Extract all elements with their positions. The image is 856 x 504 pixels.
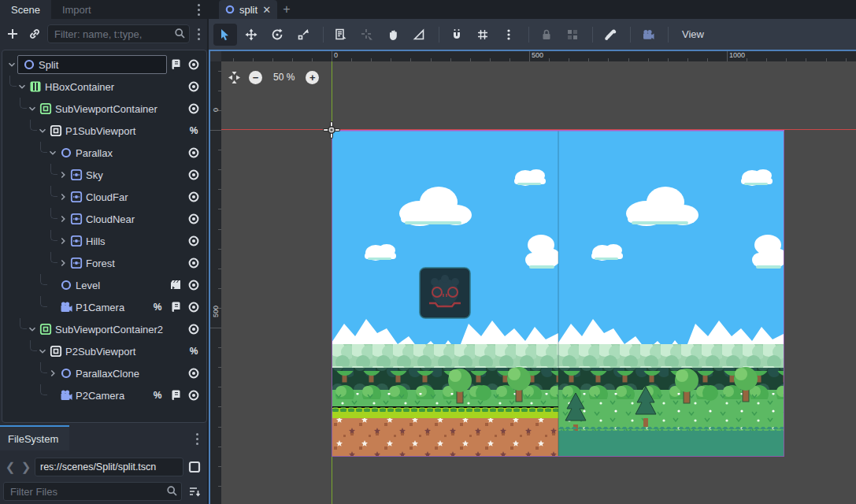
node-badges [187,102,206,115]
visibility-toggle-icon[interactable] [187,80,200,93]
collapse-arrow-icon[interactable] [57,169,69,180]
visibility-toggle-icon[interactable] [187,323,200,335]
new-scene-tab-button[interactable]: + [277,0,296,19]
script-icon [169,389,182,402]
lock-tool-button[interactable] [535,24,558,46]
tree-node-p2subviewport[interactable]: P2SubViewport% [2,340,206,362]
scene-tree-extra-menu-icon[interactable] [193,26,204,42]
collapse-arrow-icon[interactable] [57,213,69,224]
visibility-toggle-icon[interactable] [187,389,200,402]
tab-filesystem[interactable]: FileSystem [0,427,69,450]
center-view-icon[interactable] [228,71,241,84]
expand-arrow-icon[interactable] [6,59,17,70]
visibility-toggle-icon[interactable] [187,367,200,380]
expand-arrow-icon[interactable] [37,346,48,357]
zoom-out-button[interactable]: − [249,71,262,84]
visibility-toggle-icon[interactable] [187,235,200,247]
zoom-level[interactable]: 50 % [273,72,295,83]
collapse-arrow-icon[interactable] [57,191,69,202]
tree-node-cloudfar[interactable]: CloudFar [2,186,206,208]
tree-guide [20,318,27,329]
collapse-arrow-icon[interactable] [47,368,58,379]
tree-node-parallax[interactable]: Parallax [2,142,206,164]
view-menu[interactable]: View [674,24,712,46]
tree-node-subviewportcontainer[interactable]: SubViewportContainer [2,98,206,120]
tree-node-p2camera[interactable]: P2Camera% [2,384,206,406]
visibility-toggle-icon[interactable] [187,213,200,225]
grid-snap-tool-button[interactable] [471,24,495,46]
scene-tab-split[interactable]: split ✕ [219,0,277,19]
zoom-in-button[interactable]: + [306,71,319,84]
group-tool-button[interactable] [561,24,584,46]
tree-node-parallaxclone[interactable]: ParallaxClone [2,362,206,384]
camera-override-tool-button[interactable] [636,24,660,46]
parallax2d-icon [70,213,83,225]
filesystem-menu-icon[interactable] [191,433,202,445]
list-select-tool-button[interactable] [329,24,353,46]
collapse-arrow-icon[interactable] [57,258,69,269]
nav-forward-button[interactable]: ❯ [19,458,33,476]
tree-node-split[interactable]: Split [2,54,206,76]
tree-node-hboxcontainer[interactable]: HBoxContainer [2,76,206,98]
pan-tool-button[interactable] [381,24,405,46]
tree-node-cloudnear[interactable]: CloudNear [2,208,206,230]
tree-node-hills[interactable]: Hills [2,230,206,252]
level-godot-icon [420,268,470,318]
snap-options-tool-button[interactable] [497,24,521,46]
expand-arrow-icon[interactable] [27,103,38,114]
smart-snap-tool-button[interactable] [445,24,469,46]
instance-scene-button[interactable] [25,24,44,43]
viewport-canvas[interactable]: 05001000 0500 [209,50,856,504]
node-rename-field[interactable]: Split [17,55,167,74]
scene-tab-label: split [239,4,258,16]
visibility-toggle-icon[interactable] [187,191,200,203]
visibility-toggle-icon[interactable] [187,58,200,71]
visibility-toggle-icon[interactable] [187,146,200,159]
tab-import[interactable]: Import [51,0,102,19]
move-tool-button[interactable] [239,24,263,46]
tab-scene[interactable]: Scene [0,0,51,19]
add-node-button[interactable] [3,24,22,43]
tab-import-label: Import [62,4,91,16]
tree-node-p1subviewport[interactable]: P1SubViewport% [2,120,206,142]
tree-node-level[interactable]: Level [2,274,206,296]
node-filter-input[interactable] [47,24,190,43]
tree-node-subviewportcontainer2[interactable]: SubViewportContainer2 [2,318,206,340]
skeleton-tool-button[interactable] [598,24,622,46]
toolbar-separator [439,27,439,43]
rotate-tool-button[interactable] [265,24,289,46]
scene-dock-menu-icon[interactable] [193,3,204,16]
file-filter-input[interactable] [3,482,182,501]
collapse-arrow-icon[interactable] [57,235,69,246]
expand-arrow-icon[interactable] [47,147,58,158]
tree-node-forest[interactable]: Forest [2,252,206,274]
select-tool-button[interactable] [213,24,237,46]
visibility-toggle-icon[interactable] [187,102,200,115]
node-name: Level [76,280,100,291]
node-name: P1Camera [76,302,124,313]
visibility-toggle-icon[interactable] [187,169,200,181]
link-icon [28,28,41,40]
current-path-field[interactable]: res://scenes/Split/split.tscn [35,458,183,476]
subviewport-icon [50,124,62,137]
click-select-tool-button[interactable] [355,24,379,46]
node-name: Sky [86,169,103,181]
expand-arrow-icon[interactable] [37,125,48,136]
nav-back-button[interactable]: ❮ [3,458,17,476]
ruler-corner [210,51,221,61]
tree-node-sky[interactable]: Sky [2,164,206,186]
expand-arrow-icon[interactable] [27,324,38,335]
file-sort-button[interactable] [185,482,204,501]
node-name: P1SubViewport [65,125,135,137]
visibility-toggle-icon[interactable] [187,301,200,313]
expand-arrow-icon[interactable] [17,81,28,92]
visibility-toggle-icon[interactable] [187,257,200,269]
ruler-tool-button[interactable] [407,24,431,46]
toggle-split-mode-button[interactable] [185,458,204,476]
visibility-toggle-icon[interactable] [187,279,200,291]
split-mode-icon [188,461,201,473]
close-tab-icon[interactable]: ✕ [262,5,271,15]
tree-node-p1camera[interactable]: P1Camera% [2,296,206,318]
origin-gizmo[interactable] [323,121,340,139]
scale-tool-button[interactable] [291,24,315,46]
